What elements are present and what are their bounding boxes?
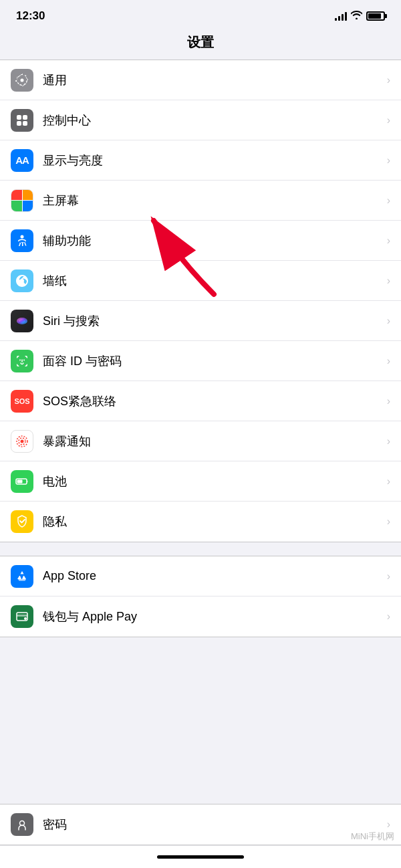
general-label: 通用	[43, 72, 382, 88]
sidebar-item-password[interactable]: 密码 ›	[0, 804, 401, 845]
svg-rect-13	[17, 479, 23, 483]
battery-settings-icon	[11, 470, 33, 493]
siri-icon	[11, 310, 33, 332]
battery-chevron: ›	[387, 475, 390, 487]
settings-group-2: App Store › 钱包与 Apple Pay ›	[0, 556, 401, 637]
sidebar-item-control-center[interactable]: 控制中心 ›	[0, 100, 401, 140]
wifi-icon	[351, 11, 362, 21]
home-screen-icon	[11, 189, 33, 212]
password-chevron: ›	[387, 819, 390, 831]
sidebar-item-accessibility[interactable]: 辅助功能 ›	[0, 221, 401, 261]
home-screen-chevron: ›	[387, 195, 390, 207]
svg-rect-4	[23, 121, 27, 126]
sidebar-item-display[interactable]: AA 显示与亮度 ›	[0, 140, 401, 181]
status-icons	[335, 11, 385, 21]
svg-point-0	[21, 78, 24, 82]
control-center-icon	[11, 109, 33, 132]
svg-rect-2	[23, 115, 27, 120]
wallpaper-label: 墙纸	[43, 273, 382, 289]
siri-chevron: ›	[387, 315, 390, 327]
svg-rect-1	[17, 115, 21, 120]
svg-point-5	[21, 235, 24, 238]
face-id-chevron: ›	[387, 355, 390, 367]
page-title: 设置	[0, 28, 401, 60]
sidebar-item-wallet[interactable]: 钱包与 Apple Pay ›	[0, 596, 401, 637]
app-store-icon	[11, 565, 33, 588]
wallet-chevron: ›	[387, 611, 390, 623]
exposure-label: 暴露通知	[43, 433, 382, 449]
wallpaper-icon	[11, 269, 33, 292]
privacy-icon	[11, 510, 33, 533]
sos-icon: SOS	[11, 390, 33, 413]
exposure-chevron: ›	[387, 435, 390, 447]
privacy-chevron: ›	[387, 516, 390, 528]
privacy-label: 隐私	[43, 514, 382, 530]
sos-label: SOS紧急联络	[43, 393, 382, 409]
display-icon: AA	[11, 149, 33, 172]
svg-point-8	[19, 319, 25, 323]
sidebar-item-app-store[interactable]: App Store ›	[0, 556, 401, 596]
settings-group-3: 密码 ›	[0, 804, 401, 845]
password-label: 密码	[43, 817, 382, 833]
sidebar-item-exposure[interactable]: 暴露通知 ›	[0, 421, 401, 461]
accessibility-chevron: ›	[387, 235, 390, 247]
bottom-bar	[0, 845, 401, 868]
battery-label: 电池	[43, 473, 382, 490]
sidebar-item-face-id[interactable]: 面容 ID 与密码 ›	[0, 341, 401, 381]
general-chevron: ›	[387, 74, 390, 86]
face-id-label: 面容 ID 与密码	[43, 353, 382, 369]
password-icon	[11, 813, 33, 836]
app-store-label: App Store	[43, 569, 382, 583]
sos-chevron: ›	[387, 395, 390, 407]
battery-icon	[366, 11, 385, 21]
sidebar-item-wallpaper[interactable]: 墙纸 ›	[0, 261, 401, 301]
sidebar-item-siri[interactable]: Siri 与搜索 ›	[0, 301, 401, 341]
exposure-icon	[11, 430, 33, 453]
wallet-icon	[11, 605, 33, 628]
svg-point-6	[20, 279, 24, 283]
wallet-label: 钱包与 Apple Pay	[43, 609, 382, 625]
status-time: 12:30	[16, 9, 45, 23]
display-label: 显示与亮度	[43, 152, 382, 169]
display-chevron: ›	[387, 154, 390, 167]
svg-point-9	[21, 439, 24, 443]
control-center-chevron: ›	[387, 114, 390, 126]
status-bar: 12:30	[0, 0, 401, 28]
general-icon	[11, 69, 33, 92]
sidebar-item-sos[interactable]: SOS SOS紧急联络 ›	[0, 381, 401, 421]
face-id-icon	[11, 350, 33, 372]
watermark: MiNi手机网	[351, 831, 394, 843]
siri-label: Siri 与搜索	[43, 313, 382, 329]
app-store-chevron: ›	[387, 570, 390, 582]
wallpaper-chevron: ›	[387, 275, 390, 287]
svg-rect-3	[17, 121, 21, 126]
accessibility-icon	[11, 229, 33, 252]
accessibility-label: 辅助功能	[43, 233, 382, 249]
signal-icon	[335, 11, 347, 21]
home-indicator	[157, 855, 244, 859]
sidebar-item-home-screen[interactable]: 主屏幕 ›	[0, 181, 401, 221]
home-screen-label: 主屏幕	[43, 193, 382, 209]
svg-point-16	[24, 617, 27, 620]
sidebar-item-battery[interactable]: 电池 ›	[0, 461, 401, 502]
sidebar-item-general[interactable]: 通用 ›	[0, 60, 401, 100]
control-center-label: 控制中心	[43, 112, 382, 128]
svg-rect-15	[17, 615, 27, 617]
sidebar-item-privacy[interactable]: 隐私 ›	[0, 502, 401, 542]
settings-group-1: 通用 › 控制中心 › AA 显示与亮度 ›	[0, 60, 401, 542]
